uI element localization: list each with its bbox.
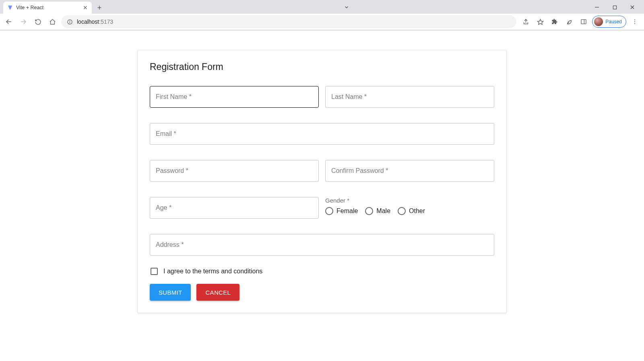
profile-paused-label: Paused bbox=[605, 19, 622, 25]
page-content: Registration Form bbox=[0, 31, 644, 329]
registration-card: Registration Form bbox=[137, 50, 507, 313]
terms-label: I agree to the terms and conditions bbox=[163, 268, 262, 275]
age-field bbox=[150, 197, 319, 219]
side-panel-icon[interactable] bbox=[578, 16, 590, 28]
gender-option-label: Other bbox=[409, 207, 425, 215]
svg-rect-13 bbox=[581, 20, 586, 24]
window-maximize-icon[interactable] bbox=[606, 2, 623, 13]
first-name-field bbox=[150, 86, 319, 108]
radio-icon bbox=[325, 207, 333, 215]
form-actions: Submit Cancel bbox=[150, 284, 494, 301]
confirm-password-input[interactable] bbox=[325, 160, 494, 182]
last-name-field bbox=[325, 86, 494, 108]
bookmark-star-icon[interactable] bbox=[534, 16, 546, 28]
reload-icon[interactable] bbox=[32, 16, 43, 27]
gender-option-label: Female bbox=[336, 207, 358, 215]
age-input[interactable] bbox=[150, 197, 319, 219]
gender-radio-other[interactable]: Other bbox=[398, 207, 425, 215]
radio-icon bbox=[365, 207, 373, 215]
email-input[interactable] bbox=[150, 123, 494, 145]
chrome-divider bbox=[0, 30, 644, 30]
kebab-menu-icon[interactable] bbox=[629, 16, 641, 28]
gender-option-label: Male bbox=[376, 207, 390, 215]
browser-tab[interactable]: Vite + React ✕ bbox=[3, 2, 92, 14]
address-bar[interactable]: localhost:5173 bbox=[61, 15, 516, 28]
tabs-dropdown-icon[interactable] bbox=[341, 2, 353, 13]
browser-toolbar: localhost:5173 Paused bbox=[0, 14, 644, 30]
password-input[interactable] bbox=[150, 160, 319, 182]
svg-marker-0 bbox=[8, 6, 12, 10]
tab-title: Vite + React bbox=[16, 5, 80, 10]
svg-marker-12 bbox=[537, 19, 543, 25]
window-controls bbox=[588, 2, 641, 13]
gender-field: Gender * Female Male Other bbox=[325, 197, 494, 219]
terms-row: I agree to the terms and conditions bbox=[150, 268, 494, 275]
browser-chrome: Vite + React ✕ bbox=[0, 0, 644, 31]
svg-point-17 bbox=[634, 23, 635, 24]
first-name-input[interactable] bbox=[150, 86, 319, 108]
gender-radio-male[interactable]: Male bbox=[365, 207, 390, 215]
tab-strip: Vite + React ✕ bbox=[0, 0, 644, 14]
gender-label: Gender * bbox=[325, 197, 494, 204]
window-minimize-icon[interactable] bbox=[588, 2, 605, 13]
nav-back-icon[interactable] bbox=[3, 16, 14, 27]
address-input[interactable] bbox=[150, 234, 494, 256]
svg-rect-4 bbox=[613, 6, 616, 9]
radio-icon bbox=[398, 207, 406, 215]
site-info-icon[interactable] bbox=[67, 19, 73, 25]
email-field bbox=[150, 123, 494, 145]
url-host: localhost bbox=[77, 18, 99, 25]
url-text[interactable]: localhost:5173 bbox=[77, 18, 511, 25]
gender-radio-female[interactable]: Female bbox=[325, 207, 358, 215]
terms-checkbox[interactable] bbox=[151, 268, 158, 275]
nav-forward-icon bbox=[18, 16, 29, 27]
share-icon[interactable] bbox=[520, 16, 532, 28]
form-title: Registration Form bbox=[150, 62, 494, 72]
extensions-icon[interactable] bbox=[549, 16, 561, 28]
svg-point-11 bbox=[70, 21, 70, 21]
leaf-icon[interactable] bbox=[563, 16, 575, 28]
home-icon[interactable] bbox=[47, 16, 58, 27]
password-field bbox=[150, 160, 319, 182]
toolbar-right-icons: Paused bbox=[520, 16, 641, 28]
gender-radio-group: Female Male Other bbox=[325, 207, 494, 215]
last-name-input[interactable] bbox=[325, 86, 494, 108]
submit-button[interactable]: Submit bbox=[150, 284, 191, 301]
window-close-icon[interactable] bbox=[624, 2, 641, 13]
svg-point-16 bbox=[634, 21, 635, 22]
confirm-password-field bbox=[325, 160, 494, 182]
profile-chip[interactable]: Paused bbox=[592, 16, 626, 28]
new-tab-button[interactable] bbox=[94, 2, 105, 13]
cancel-button[interactable]: Cancel bbox=[196, 284, 239, 301]
url-port: :5173 bbox=[99, 18, 113, 25]
svg-point-15 bbox=[634, 19, 635, 20]
page-viewport[interactable]: Registration Form bbox=[0, 31, 644, 361]
vite-favicon-icon bbox=[7, 5, 13, 10]
address-field bbox=[150, 234, 494, 256]
close-tab-icon[interactable]: ✕ bbox=[83, 5, 88, 10]
avatar-icon bbox=[594, 17, 603, 26]
